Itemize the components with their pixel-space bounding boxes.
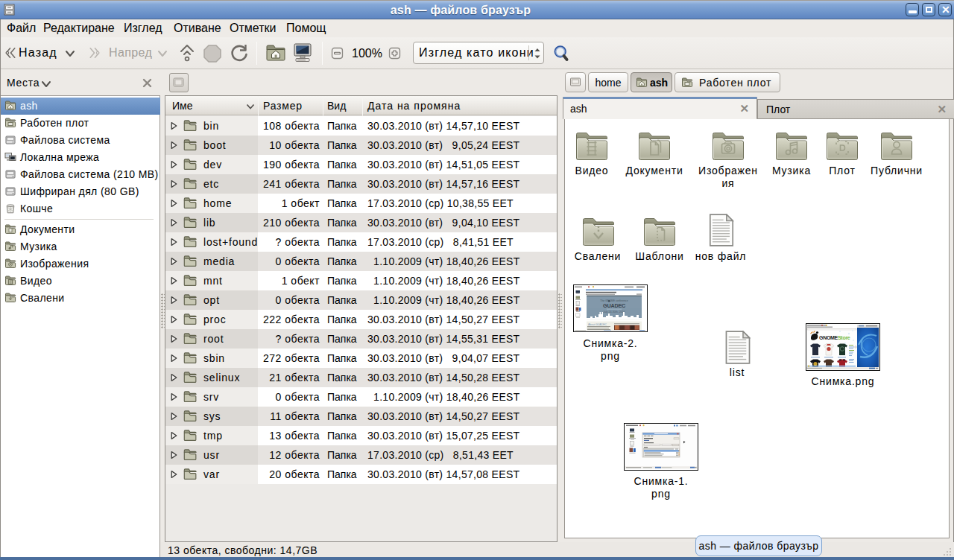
svg-text:GNOME: GNOME (819, 335, 838, 340)
svg-text:Store: Store (838, 335, 850, 340)
svg-text:GUADEC: GUADEC (603, 302, 625, 309)
svg-text:July 24-30th, 2010: July 24-30th, 2010 (603, 311, 625, 314)
svg-text:About GUADEC: About GUADEC (588, 323, 607, 326)
